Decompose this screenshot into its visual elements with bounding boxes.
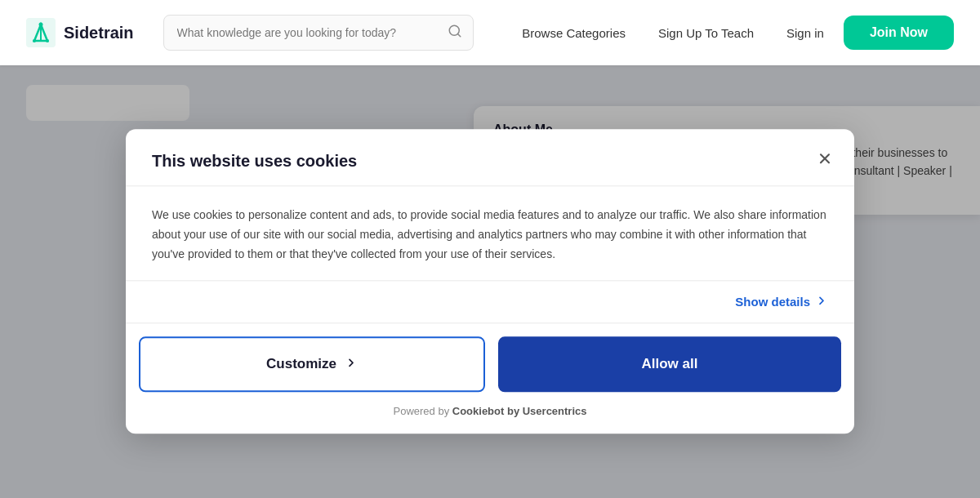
show-details-label: Show details	[735, 296, 810, 309]
join-now-button[interactable]: Join Now	[844, 16, 954, 50]
allow-all-button[interactable]: Allow all	[498, 337, 841, 393]
sign-up-to-teach-link[interactable]: Sign Up To Teach	[645, 20, 767, 47]
modal-title: This website uses cookies	[152, 152, 828, 171]
show-details-row: Show details	[126, 282, 854, 323]
modal-actions: Customize Allow all	[126, 324, 854, 406]
powered-by-text: Powered by	[394, 406, 450, 418]
modal-description: We use cookies to personalize content an…	[152, 206, 828, 264]
logo-link[interactable]: Sidetrain	[26, 18, 134, 47]
svg-point-4	[33, 39, 36, 42]
cookiebot-link[interactable]: Cookiebot by Usercentrics	[452, 406, 587, 418]
customize-label: Customize	[266, 357, 336, 373]
modal-body: We use cookies to personalize content an…	[126, 186, 854, 280]
modal-header: This website uses cookies	[126, 129, 854, 186]
search-icon	[448, 24, 462, 42]
sign-in-link[interactable]: Sign in	[773, 20, 837, 47]
close-icon	[817, 150, 833, 167]
customize-button[interactable]: Customize	[139, 337, 485, 393]
cookie-modal: This website uses cookies We use cookies…	[126, 129, 854, 434]
svg-point-3	[39, 23, 43, 27]
search-bar-container	[163, 15, 474, 51]
navbar: Sidetrain Browse Categories Sign Up To T…	[0, 0, 980, 65]
modal-header-divider	[126, 185, 854, 186]
customize-chevron-icon	[345, 356, 358, 373]
chevron-right-icon	[815, 295, 828, 310]
sidetrain-logo-icon	[26, 18, 56, 47]
svg-point-5	[46, 39, 49, 42]
browse-categories-link[interactable]: Browse Categories	[509, 20, 639, 47]
page-background: About Me "The AI Professor" & I help own…	[0, 65, 980, 498]
logo-text: Sidetrain	[64, 24, 134, 42]
search-input[interactable]	[163, 15, 474, 51]
nav-links: Browse Categories Sign Up To Teach Sign …	[509, 16, 954, 50]
modal-close-button[interactable]	[812, 145, 838, 171]
show-details-link[interactable]: Show details	[735, 295, 828, 310]
svg-line-7	[457, 33, 460, 36]
powered-by-section: Powered by Cookiebot by Usercentrics	[126, 406, 854, 434]
